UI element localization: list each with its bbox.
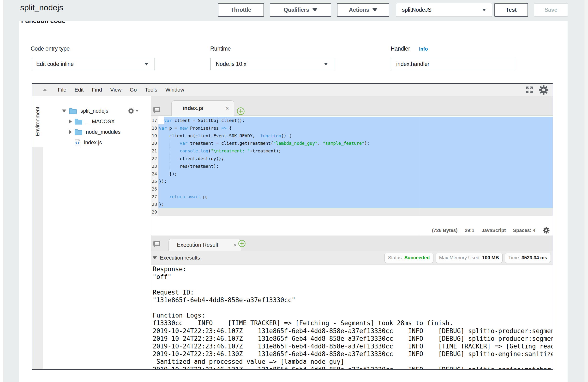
- qualifiers-button-label: Qualifiers: [284, 7, 309, 13]
- handler-input[interactable]: index.handler: [391, 58, 515, 70]
- code-line[interactable]: 24 });: [151, 170, 553, 178]
- collapse-menu-icon[interactable]: [43, 88, 47, 91]
- menu-view[interactable]: View: [106, 87, 126, 93]
- handler-label: Handler: [391, 46, 410, 52]
- code-entry-type-select[interactable]: Edit code inline: [31, 58, 155, 70]
- cloud9-editor: File Edit Find View Go Tools Window: [32, 83, 553, 370]
- print-margin: [420, 116, 420, 236]
- code-line[interactable]: 29: [151, 208, 553, 216]
- editor-menubar: File Edit Find View Go Tools Window: [32, 84, 553, 96]
- selection-highlight: [158, 185, 553, 193]
- folder-expanded-icon[interactable]: [62, 110, 66, 112]
- folder-collapsed-icon[interactable]: [69, 130, 72, 134]
- environment-tab[interactable]: Environment: [32, 96, 43, 147]
- execution-results-label: Execution results: [160, 255, 200, 261]
- selection-highlight: [158, 170, 553, 178]
- execution-log-output[interactable]: Response: "off" Request ID: "131e865f-6e…: [151, 265, 553, 369]
- chevron-down-icon: [313, 8, 317, 12]
- language-mode[interactable]: JavaScript: [482, 228, 506, 233]
- tree-item-node-modules[interactable]: node_modules: [43, 127, 151, 137]
- text-cursor: [159, 209, 159, 215]
- actions-button[interactable]: Actions: [337, 3, 389, 17]
- qualifiers-button[interactable]: Qualifiers: [270, 3, 331, 17]
- indentation-setting[interactable]: Spaces: 4: [513, 228, 535, 233]
- folder-collapsed-icon[interactable]: [69, 119, 72, 124]
- code-editor-area[interactable]: 17 var client = SplitObj.client();18var …: [151, 116, 553, 236]
- statusbar-gear-icon[interactable]: [543, 227, 550, 234]
- tab-list-icon[interactable]: [153, 107, 160, 113]
- environment-strip: Environment: [32, 96, 43, 369]
- code-line[interactable]: 18var p = new Promise(res => {: [151, 124, 553, 132]
- code-line[interactable]: 19 client.on(client.Event.SDK_READY, fun…: [151, 132, 553, 140]
- folder-icon: [69, 107, 77, 115]
- line-number: 28: [151, 201, 157, 208]
- tree-settings-gear[interactable]: [128, 108, 139, 114]
- save-button[interactable]: Save: [534, 3, 568, 17]
- chevron-down-icon: [136, 110, 139, 112]
- tree-item-label: node_modules: [86, 129, 121, 135]
- tree-item-macosx[interactable]: __MACOSX: [43, 116, 151, 127]
- tree-item-label: split_nodejs: [80, 108, 108, 114]
- test-button[interactable]: Test: [494, 3, 528, 17]
- page-scrollbar[interactable]: [584, 0, 588, 382]
- runtime-select[interactable]: Node.js 10.x: [210, 58, 334, 70]
- chevron-down-icon: [482, 9, 486, 11]
- code-line[interactable]: 27 return await p;: [151, 193, 553, 201]
- chevron-down-icon: [324, 63, 328, 65]
- tab-index-js[interactable]: index.js ×: [171, 100, 234, 116]
- handler-info-link[interactable]: Info: [419, 46, 428, 52]
- fullscreen-icon[interactable]: [526, 86, 533, 94]
- editor-settings-gear-icon[interactable]: [538, 85, 549, 95]
- folder-icon: [74, 129, 83, 136]
- menu-go[interactable]: Go: [126, 87, 141, 93]
- cursor-position[interactable]: 29:1: [465, 228, 474, 233]
- tab-execution-result[interactable]: Execution Result ×: [168, 239, 241, 251]
- menu-file[interactable]: File: [54, 87, 70, 93]
- close-tab-icon[interactable]: ×: [226, 104, 229, 112]
- code-line[interactable]: 28};: [151, 201, 553, 208]
- line-number: 27: [151, 193, 157, 201]
- collapse-results-icon[interactable]: [153, 256, 157, 259]
- execution-tabbar: Execution Result ×: [151, 236, 553, 251]
- code-line[interactable]: 22 client.destroy();: [151, 155, 553, 162]
- menu-find[interactable]: Find: [88, 87, 106, 93]
- close-tab-icon[interactable]: ×: [233, 242, 237, 248]
- save-button-label: Save: [545, 7, 558, 13]
- code-line[interactable]: 25});: [151, 178, 553, 185]
- time-badge: Time: 3523.34 ms: [505, 253, 551, 263]
- line-number: 19: [151, 132, 157, 140]
- menu-window[interactable]: Window: [161, 87, 188, 93]
- code-line[interactable]: 21 console.log("\ntreatment: "+treatment…: [151, 147, 553, 155]
- throttle-button[interactable]: Throttle: [218, 3, 264, 17]
- tab-list-icon[interactable]: [153, 241, 160, 247]
- tree-item-split-nodejs[interactable]: split_nodejs: [43, 106, 151, 116]
- new-tab-plus-icon[interactable]: [238, 240, 246, 247]
- gear-icon: [128, 108, 134, 114]
- editor-statusbar: (726 Bytes) 29:1 JavaScript Spaces: 4: [432, 225, 553, 236]
- code-line[interactable]: 23 res(treatment);: [151, 162, 553, 170]
- code-line-text: console.log("\ntreatment: "+treatment);: [159, 147, 281, 155]
- tab-label: index.js: [183, 105, 203, 112]
- code-line-text: client.destroy();: [159, 155, 224, 162]
- line-number: 20: [151, 139, 157, 147]
- code-line-text: var client = SplitObj.client();: [159, 117, 245, 124]
- file-size: (726 Bytes): [432, 228, 458, 233]
- menu-tools[interactable]: Tools: [141, 87, 161, 93]
- code-line[interactable]: 17 var client = SplitObj.client();: [151, 117, 553, 124]
- tree-item-label: index.js: [84, 139, 102, 146]
- log-text: Response: "off" Request ID: "131e865f-6e…: [153, 265, 553, 369]
- tree-item-index-js[interactable]: index.js: [43, 137, 151, 148]
- throttle-button-label: Throttle: [231, 7, 251, 13]
- code-line-text: var treatment = client.getTreatment("lam…: [159, 139, 370, 147]
- line-number: 23: [151, 162, 157, 170]
- page-title: split_nodejs: [20, 3, 63, 12]
- code-line[interactable]: 26: [151, 185, 553, 193]
- chevron-down-icon: [373, 8, 377, 12]
- code-line[interactable]: 20 var treatment = client.getTreatment("…: [151, 139, 553, 147]
- test-event-select[interactable]: splitNodeJS: [396, 3, 492, 17]
- menu-edit[interactable]: Edit: [70, 87, 88, 93]
- new-tab-plus-icon[interactable]: [237, 107, 245, 115]
- tree-item-label: __MACOSX: [86, 118, 115, 125]
- test-button-label: Test: [506, 7, 517, 13]
- line-number: 26: [151, 185, 157, 193]
